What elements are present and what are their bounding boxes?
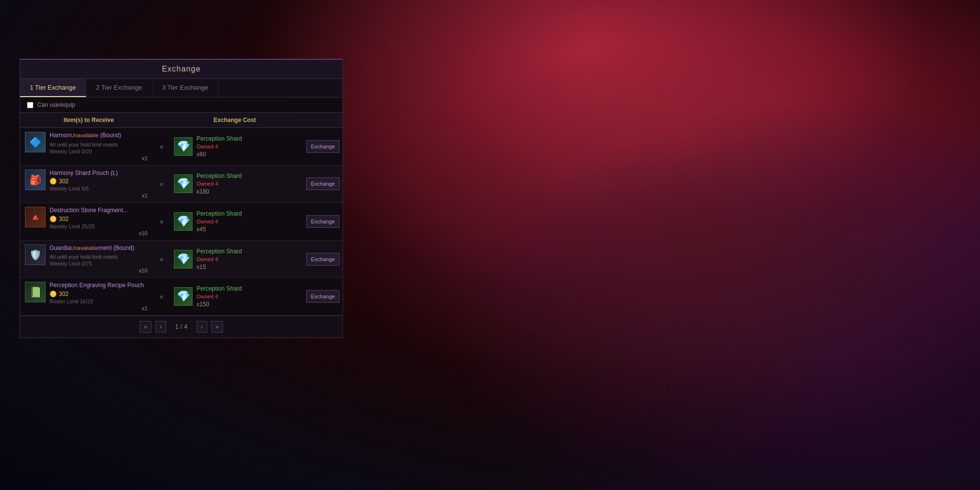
price-row-2: 🪙 302 <box>49 178 118 185</box>
limit-text-1: Weekly Limit 0/20 <box>49 148 121 154</box>
exchange-button-5[interactable]: Exchange <box>306 290 340 303</box>
item-icon-destruction: 🔺 <box>25 207 46 227</box>
last-page-button[interactable]: » <box>211 321 223 333</box>
unavail-note-4: 4d until your hold limit resets <box>49 254 134 260</box>
left-cell-3: 🔺 Destruction Stone Fragment... 🪙 302 We… <box>20 203 154 240</box>
limit-text-3: Weekly Limit 25/25 <box>49 223 128 229</box>
can-use-checkbox[interactable] <box>27 102 33 108</box>
monster-background <box>294 0 980 490</box>
shard-name-4: Perception Shard <box>196 248 242 255</box>
gold-icon-2: 🪙 <box>49 178 57 185</box>
shard-qty-3: x45 <box>196 226 242 233</box>
shard-owned-2: Owned 4 <box>196 181 242 187</box>
shard-icon-5: 💎 <box>174 287 193 306</box>
pagination: « ‹ 1 / 4 › » <box>20 316 343 338</box>
item-name-1: HarmonUnavailable (Bound) <box>49 132 121 140</box>
exchange-panel: Exchange 1 Tier Exchange 2 Tier Exchange… <box>20 59 343 338</box>
table-row: 🎒 Harmony Shard Pouch (L) 🪙 302 Weekly L… <box>20 166 343 203</box>
item-info-3: Destruction Stone Fragment... 🪙 302 Week… <box>49 207 128 229</box>
shard-name-5: Perception Shard <box>196 285 242 292</box>
header-cost: Exchange Cost <box>166 113 303 127</box>
next-page-button[interactable]: › <box>196 321 207 333</box>
right-cell-4: 💎 Perception Shard Owned 4 x15 <box>169 244 303 274</box>
table-row: 📗 Perception Engraving Recipe Pouch 🪙 30… <box>20 278 343 316</box>
shard-name-3: Perception Shard <box>196 210 242 217</box>
table-row: 🔺 Destruction Stone Fragment... 🪙 302 We… <box>20 203 343 241</box>
arrow-2: « <box>154 180 169 188</box>
item-price-3: 302 <box>59 216 69 222</box>
shard-icon-4: 💎 <box>174 250 193 269</box>
shard-info-5: Perception Shard Owned 4 x150 <box>196 285 242 308</box>
prev-page-button[interactable]: ‹ <box>155 321 166 333</box>
limit-text-4: Weekly Limit 0/75 <box>49 261 134 267</box>
item-name-3: Destruction Stone Fragment... <box>49 207 128 215</box>
arrow-5: « <box>154 293 169 300</box>
shard-icon-1: 💎 <box>174 137 193 156</box>
gold-icon-5: 🪙 <box>49 291 57 297</box>
left-cell-2: 🎒 Harmony Shard Pouch (L) 🪙 302 Weekly L… <box>20 166 154 203</box>
item-icon-harmony-l: 🎒 <box>25 170 46 190</box>
shard-owned-4: Owned 4 <box>196 256 242 262</box>
shard-owned-3: Owned 4 <box>196 219 242 224</box>
tab-3tier[interactable]: 3 Tier Exchange <box>152 79 219 97</box>
exchange-button-2[interactable]: Exchange <box>306 177 340 190</box>
tab-bar: 1 Tier Exchange 2 Tier Exchange 3 Tier E… <box>20 79 343 98</box>
right-cell-1: 💎 Perception Shard Owned 4 x60 <box>169 131 303 162</box>
item-icon-harmony: 🔷 <box>25 132 46 152</box>
item-name-2: Harmony Shard Pouch (L) <box>49 170 118 177</box>
arrow-4: « <box>154 255 169 263</box>
qty-badge-5: x1 <box>25 305 149 311</box>
qty-badge-4: x10 <box>25 268 149 273</box>
right-cell-5: 💎 Perception Shard Owned 4 x150 <box>169 281 303 312</box>
price-row-5: 🪙 302 <box>49 291 144 297</box>
left-cell-1: 🔷 HarmonUnavailable (Bound) 4d until you… <box>20 128 154 165</box>
header-receive: Item(s) to Receive <box>20 113 157 127</box>
table-header: Item(s) to Receive Exchange Cost <box>20 112 343 128</box>
qty-badge-1: x1 <box>25 155 149 161</box>
exchange-button-1[interactable]: Exchange <box>306 140 340 153</box>
item-price-5: 302 <box>59 291 69 297</box>
panel-title: Exchange <box>20 60 343 79</box>
item-name-4: GuardiaUnavailablement (Bound) <box>49 245 134 252</box>
shard-owned-5: Owned 4 <box>196 294 242 299</box>
shard-name-2: Perception Shard <box>196 172 242 179</box>
item-icon-guardian: 🛡️ <box>25 245 46 265</box>
exchange-button-4[interactable]: Exchange <box>306 253 340 266</box>
left-cell-4: 🛡️ GuardiaUnavailablement (Bound) 4d unt… <box>20 241 154 278</box>
shard-icon-2: 💎 <box>174 174 193 193</box>
shard-info-4: Perception Shard Owned 4 x15 <box>196 248 242 270</box>
gold-icon-3: 🪙 <box>49 216 57 222</box>
first-page-button[interactable]: « <box>140 321 152 333</box>
arrow-3: « <box>154 218 169 225</box>
qty-badge-3: x10 <box>25 230 149 236</box>
shard-qty-5: x150 <box>196 301 242 308</box>
shard-name-1: Perception Shard <box>196 135 242 142</box>
unavail-note-1: 4d until your hold limit resets <box>49 142 121 147</box>
item-info-1: HarmonUnavailable (Bound) 4d until your … <box>49 132 121 154</box>
limit-text-2: Weekly Limit 5/5 <box>49 186 118 192</box>
shard-qty-2: x180 <box>196 188 242 195</box>
item-price-2: 302 <box>59 178 69 185</box>
price-row-3: 🪙 302 <box>49 216 128 222</box>
shard-info-2: Perception Shard Owned 4 x180 <box>196 172 242 195</box>
tab-2tier[interactable]: 2 Tier Exchange <box>86 79 152 97</box>
table-row: 🔷 HarmonUnavailable (Bound) 4d until you… <box>20 128 343 166</box>
shard-qty-4: x15 <box>196 264 242 270</box>
right-cell-2: 💎 Perception Shard Owned 4 x180 <box>169 169 303 199</box>
can-use-row: Can use/equip <box>20 98 343 112</box>
item-list: 🔷 HarmonUnavailable (Bound) 4d until you… <box>20 128 343 316</box>
tab-1tier[interactable]: 1 Tier Exchange <box>20 79 86 97</box>
table-row: 🛡️ GuardiaUnavailablement (Bound) 4d unt… <box>20 241 343 278</box>
limit-text-5: Roster Limit 16/20 <box>49 298 144 304</box>
can-use-label: Can use/equip <box>37 101 75 108</box>
item-info-5: Perception Engraving Recipe Pouch 🪙 302 … <box>49 282 144 304</box>
item-info-4: GuardiaUnavailablement (Bound) 4d until … <box>49 245 134 267</box>
item-name-5: Perception Engraving Recipe Pouch <box>49 282 144 290</box>
left-cell-5: 📗 Perception Engraving Recipe Pouch 🪙 30… <box>20 278 154 315</box>
page-indicator: 1 / 4 <box>170 323 192 330</box>
right-cell-3: 💎 Perception Shard Owned 4 x45 <box>169 206 303 237</box>
shard-qty-1: x60 <box>196 151 242 158</box>
item-info-2: Harmony Shard Pouch (L) 🪙 302 Weekly Lim… <box>49 170 118 192</box>
qty-badge-2: x1 <box>25 193 149 198</box>
exchange-button-3[interactable]: Exchange <box>306 215 340 228</box>
